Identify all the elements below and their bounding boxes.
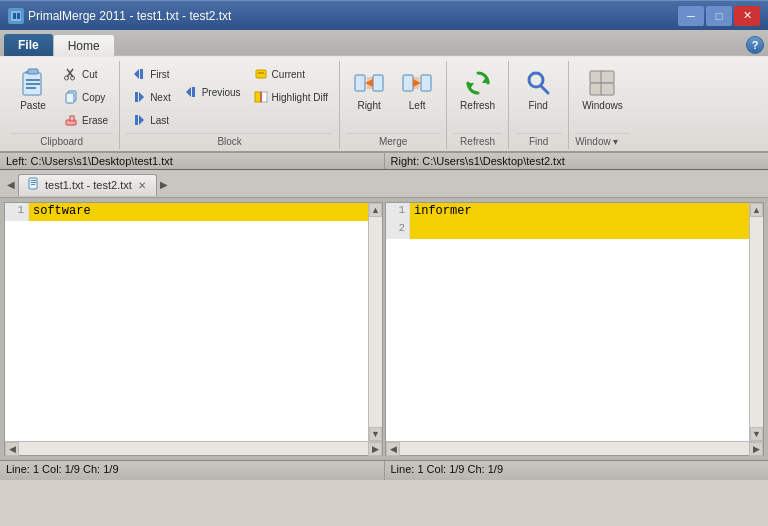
last-button[interactable]: Last: [126, 109, 176, 131]
tab-file[interactable]: File: [4, 34, 53, 56]
svg-rect-48: [31, 182, 36, 183]
tab-home[interactable]: Home: [53, 34, 115, 56]
ribbon-group-block: First Next: [120, 61, 340, 149]
last-icon: [131, 112, 147, 128]
copy-button[interactable]: Copy: [58, 86, 113, 108]
ribbon-group-find: Find Find: [509, 61, 569, 149]
right-h-scroll-right[interactable]: ▶: [749, 442, 763, 456]
right-line-num-1: 1: [386, 203, 410, 221]
svg-rect-43: [601, 71, 614, 83]
svg-line-41: [541, 86, 548, 93]
erase-button[interactable]: Erase: [58, 109, 113, 131]
maximize-button[interactable]: □: [706, 6, 732, 26]
svg-rect-6: [26, 79, 40, 81]
right-line-content-2: [410, 221, 749, 239]
first-button[interactable]: First: [126, 63, 176, 85]
doc-tab-label: test1.txt - test2.txt: [45, 179, 132, 191]
svg-rect-34: [403, 75, 413, 91]
right-line-1: 1 informer: [386, 203, 749, 221]
left-text-area[interactable]: 1 software: [5, 203, 368, 441]
right-pane: 1 informer 2 ▲ ▼ ◀ ▶: [385, 202, 764, 456]
close-button[interactable]: ✕: [734, 6, 760, 26]
nav-btns-col: First Next: [126, 63, 176, 131]
right-scroll-down[interactable]: ▼: [750, 427, 763, 441]
first-icon: [131, 66, 147, 82]
right-line-num-2: 2: [386, 221, 410, 239]
previous-label: Previous: [202, 87, 241, 98]
right-h-scroll-left[interactable]: ◀: [386, 442, 400, 456]
left-scroll-down[interactable]: ▼: [369, 427, 382, 441]
merge-buttons: Right Left: [346, 61, 440, 131]
right-scroll-track[interactable]: [750, 217, 763, 427]
previous-icon: [183, 84, 199, 100]
refresh-button[interactable]: Refresh: [453, 63, 502, 115]
paste-icon: [17, 67, 49, 99]
left-pane: 1 software ▲ ▼ ◀ ▶: [4, 202, 383, 456]
minimize-button[interactable]: ─: [678, 6, 704, 26]
left-scroll-track[interactable]: [369, 217, 382, 427]
last-label: Last: [150, 115, 169, 126]
left-h-scroll-left[interactable]: ◀: [5, 442, 19, 456]
refresh-group-label: Refresh: [453, 133, 502, 149]
first-label: First: [150, 69, 169, 80]
window-group-label: Window ▾: [575, 133, 630, 149]
windows-button[interactable]: Windows: [575, 63, 630, 115]
left-line-num-1: 1: [5, 203, 29, 221]
status-right: Line: 1 Col: 1/9 Ch: 1/9: [385, 461, 769, 480]
status-bar: Line: 1 Col: 1/9 Ch: 1/9 Line: 1 Col: 1/…: [0, 460, 768, 480]
next-icon: [131, 89, 147, 105]
left-scroll-up[interactable]: ▲: [369, 203, 382, 217]
current-button[interactable]: Current: [248, 63, 334, 85]
right-button[interactable]: Right: [346, 63, 392, 115]
doc-tab[interactable]: test1.txt - test2.txt ✕: [18, 174, 157, 196]
app-title: PrimalMerge 2011 - test1.txt - test2.txt: [28, 9, 231, 23]
doc-tab-close[interactable]: ✕: [136, 180, 148, 191]
window-dropdown-icon[interactable]: ▾: [613, 136, 618, 147]
right-label: Right: [357, 100, 380, 111]
right-path: Right: C:\Users\s1\Desktop\test2.txt: [385, 153, 769, 169]
svg-rect-31: [373, 75, 383, 91]
cut-button[interactable]: Cut: [58, 63, 113, 85]
left-h-scroll-track[interactable]: [19, 442, 368, 455]
right-pane-inner: 1 informer 2 ▲ ▼: [386, 203, 763, 441]
next-button[interactable]: Next: [126, 86, 176, 108]
tab-scroll-right[interactable]: ▶: [157, 175, 171, 195]
svg-rect-18: [140, 69, 143, 79]
svg-rect-2: [17, 13, 20, 19]
copy-icon: [63, 89, 79, 105]
clipboard-label: Clipboard: [10, 133, 113, 149]
title-controls: ─ □ ✕: [678, 6, 760, 26]
right-v-scrollbar: ▲ ▼: [749, 203, 763, 441]
right-h-scroll-track[interactable]: [400, 442, 749, 455]
left-h-scroll-right[interactable]: ▶: [368, 442, 382, 456]
svg-rect-8: [26, 87, 36, 89]
path-bar: Left: C:\Users\s1\Desktop\test1.txt Righ…: [0, 152, 768, 170]
tab-scroll-left[interactable]: ◀: [4, 175, 18, 195]
ribbon-group-window: Windows Window ▾: [569, 61, 636, 149]
block-label: Block: [126, 133, 333, 149]
right-text-area[interactable]: 1 informer 2: [386, 203, 749, 441]
ribbon-group-clipboard: Paste Cut: [4, 61, 120, 149]
help-button[interactable]: ?: [746, 36, 764, 54]
current-btns-col: Current Highlight Diff: [248, 63, 334, 108]
find-button[interactable]: Find: [515, 63, 561, 115]
previous-button[interactable]: Previous: [178, 81, 246, 103]
clipboard-buttons: Paste Cut: [10, 61, 113, 131]
paste-label: Paste: [20, 100, 46, 111]
find-icon: [522, 67, 554, 99]
left-button[interactable]: Left: [394, 63, 440, 115]
right-h-scrollbar: ◀ ▶: [386, 441, 763, 455]
left-h-scrollbar: ◀ ▶: [5, 441, 382, 455]
svg-rect-28: [261, 92, 267, 102]
ribbon-group-refresh: Refresh Refresh: [447, 61, 509, 149]
paste-button[interactable]: Paste: [10, 63, 56, 115]
ribbon: Paste Cut: [0, 56, 768, 151]
toolbar-area: File Home ?: [0, 30, 768, 152]
refresh-icon: [462, 67, 494, 99]
right-scroll-up[interactable]: ▲: [750, 203, 763, 217]
svg-rect-47: [31, 180, 36, 181]
highlight-diff-button[interactable]: Highlight Diff: [248, 86, 334, 108]
title-bar: PrimalMerge 2011 - test1.txt - test2.txt…: [0, 0, 768, 30]
right-line-2: 2: [386, 221, 749, 239]
erase-icon: [63, 112, 79, 128]
